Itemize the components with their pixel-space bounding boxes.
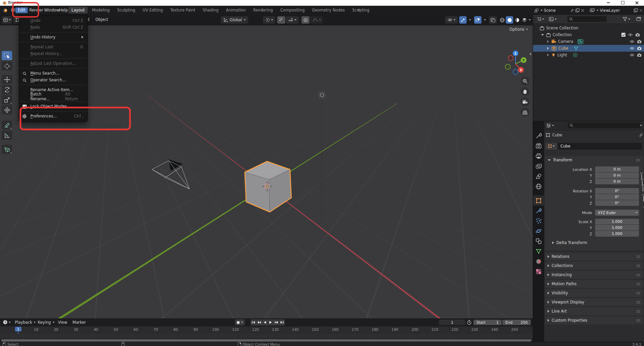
blender-app-icon[interactable] xyxy=(2,8,8,13)
gizmo-dropdown[interactable] xyxy=(467,16,473,24)
drag-handle-icon[interactable] xyxy=(636,292,641,295)
workspace-tab[interactable]: Compositing xyxy=(277,7,308,14)
tab-material[interactable] xyxy=(535,258,542,265)
tab-particles[interactable] xyxy=(535,218,542,224)
viewport-menu-object[interactable]: Object xyxy=(95,17,108,22)
scale-x-field[interactable]: 1.000 xyxy=(595,219,639,224)
rotation-z-field[interactable]: 0° xyxy=(595,200,639,206)
ruler-tick[interactable]: 20 xyxy=(54,327,58,331)
tool-move[interactable] xyxy=(2,75,12,84)
jump-to-start-button[interactable] xyxy=(251,319,256,325)
ruler-tick[interactable]: 130 xyxy=(272,327,279,331)
options-button[interactable]: Options xyxy=(509,27,528,32)
ruler-tick[interactable]: 190 xyxy=(391,327,398,331)
snap-settings-dropdown[interactable] xyxy=(286,16,299,24)
tab-output[interactable] xyxy=(535,153,542,159)
play-reverse-button[interactable] xyxy=(262,319,268,325)
tool-select-box[interactable] xyxy=(2,51,12,60)
lock-icon[interactable] xyxy=(643,186,643,192)
render-camera-icon[interactable] xyxy=(637,39,642,44)
scale-z-field[interactable]: 1.000 xyxy=(595,231,639,237)
drag-handle-icon[interactable] xyxy=(636,255,641,258)
workspace-tab[interactable]: Sculpting xyxy=(114,7,138,14)
timeline-menu-view[interactable]: View xyxy=(58,320,67,325)
panel-header[interactable]: Relations xyxy=(545,252,643,261)
drag-handle-icon[interactable] xyxy=(636,283,641,286)
object-visibility-dropdown[interactable] xyxy=(445,16,458,24)
timeline-menu-keying[interactable]: Keying xyxy=(38,320,55,325)
viewlayer-dropdown-icon[interactable] xyxy=(596,10,598,11)
outliner-row-cube[interactable]: Cube xyxy=(533,45,644,52)
ruler-tick[interactable]: 10 xyxy=(34,327,38,331)
object-name-field[interactable]: Cube xyxy=(558,143,642,150)
ruler-tick[interactable]: 220 xyxy=(451,327,458,331)
scale-y-field[interactable]: 1.000 xyxy=(595,225,639,231)
drag-handle-icon[interactable] xyxy=(636,301,641,304)
ruler-tick[interactable]: 110 xyxy=(232,327,239,331)
breadcrumb-label[interactable]: Cube xyxy=(552,133,562,137)
drag-handle-icon[interactable] xyxy=(636,264,641,267)
ruler-tick[interactable]: 240 xyxy=(491,327,498,331)
light-data-icon[interactable] xyxy=(573,53,578,57)
ruler-tick[interactable]: 80 xyxy=(173,327,178,331)
timeline-scrollbar[interactable] xyxy=(1,339,531,342)
shading-dropdown[interactable] xyxy=(527,16,532,24)
new-viewlayer-icon[interactable] xyxy=(634,8,638,12)
viewlayer-icon[interactable] xyxy=(590,8,595,12)
timeline-menu-marker[interactable]: Marker xyxy=(72,320,86,325)
eye-icon[interactable] xyxy=(628,33,633,36)
unlink-scene-icon[interactable] xyxy=(581,9,584,12)
panel-header[interactable]: Viewport Display xyxy=(545,298,643,306)
tab-render[interactable] xyxy=(535,143,542,149)
panel-header[interactable]: Motion Paths xyxy=(545,280,643,288)
zoom-view-button[interactable] xyxy=(521,77,529,85)
timeline-menu-playback[interactable]: Playback xyxy=(15,320,36,325)
ruler-tick[interactable]: 210 xyxy=(432,327,438,331)
menu-item-operator-search[interactable]: Operator Search... xyxy=(19,77,87,83)
outliner-row-collection[interactable]: Collection xyxy=(533,31,644,38)
eye-icon[interactable] xyxy=(630,53,635,57)
eye-icon[interactable] xyxy=(630,47,635,50)
next-keyframe-button[interactable] xyxy=(273,319,279,325)
proportional-edit-button[interactable] xyxy=(301,16,310,24)
ruler-tick[interactable]: 30 xyxy=(74,327,78,331)
start-frame-field[interactable]: Start1 xyxy=(473,320,502,325)
light-expand-icon[interactable] xyxy=(547,54,549,56)
show-overlays-button[interactable] xyxy=(474,16,481,24)
menu-item-undo[interactable]: UndoCtrl Z xyxy=(19,17,87,24)
pin-icon[interactable] xyxy=(570,8,574,12)
display-mode-dropdown[interactable] xyxy=(549,17,557,21)
new-collection-button[interactable] xyxy=(636,17,641,21)
ruler-tick[interactable]: 140 xyxy=(292,327,299,331)
menu-item-redo[interactable]: RedoShift Ctrl Z xyxy=(19,24,87,31)
ruler-tick[interactable]: 200 xyxy=(411,327,418,331)
auto-keying-button[interactable] xyxy=(235,319,245,325)
snap-toggle-button[interactable] xyxy=(277,16,285,24)
pan-view-button[interactable] xyxy=(521,87,529,96)
ruler-tick[interactable]: 170 xyxy=(352,327,358,331)
panel-header[interactable]: Custom Properties xyxy=(545,316,643,324)
tab-tool[interactable] xyxy=(535,133,542,139)
ruler-tick[interactable]: 100 xyxy=(212,327,219,331)
workspace-tab[interactable]: Layout xyxy=(68,7,88,14)
timeline-editor-type-button[interactable] xyxy=(3,320,11,325)
scene-dropdown-icon[interactable] xyxy=(540,10,543,11)
tab-constraints[interactable] xyxy=(535,238,542,244)
mesh-data-icon[interactable] xyxy=(574,46,579,51)
falloff-dropdown[interactable] xyxy=(310,16,323,24)
tab-viewlayer[interactable] xyxy=(535,163,542,169)
properties-filter-chevron[interactable] xyxy=(640,125,642,126)
tab-world[interactable] xyxy=(535,183,542,190)
menu-item-repeat-last[interactable]: Repeat LastG xyxy=(19,44,87,50)
sidebar-collapse-arrow[interactable] xyxy=(529,53,531,55)
outliner-search-input[interactable] xyxy=(567,16,607,22)
camera-expand-icon[interactable] xyxy=(547,40,549,43)
tool-rotate[interactable] xyxy=(2,85,12,94)
tool-cursor[interactable] xyxy=(2,61,12,71)
outliner-row-scene-collection[interactable]: Scene Collection xyxy=(533,25,644,31)
cube-expand-icon[interactable] xyxy=(547,47,549,50)
properties-search-input[interactable] xyxy=(568,123,640,128)
tab-scene[interactable] xyxy=(535,173,542,180)
xray-toggle-button[interactable] xyxy=(489,16,497,24)
drag-handle-icon[interactable] xyxy=(636,159,640,162)
